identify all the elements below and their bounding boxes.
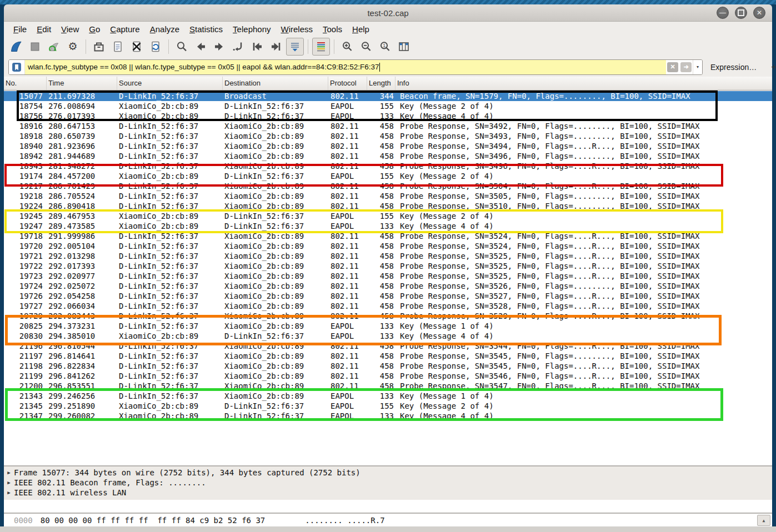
packet-row-19723[interactable]: 19723292.020977D-LinkIn_52:f6:37XiaomiCo… xyxy=(4,271,772,281)
menu-wireless[interactable]: Wireless xyxy=(276,23,318,36)
expand-arrow-icon[interactable]: ▶ xyxy=(4,488,14,498)
packet-row-19724[interactable]: 19724292.025072D-LinkIn_52:f6:37XiaomiCo… xyxy=(4,281,772,291)
packet-row-20830[interactable]: 20830294.385010XiaomiCo_2b:cb:89D-LinkIn… xyxy=(4,331,772,341)
packet-row-15077[interactable]: 15077211.697328D-LinkIn_52:f6:37Broadcas… xyxy=(4,91,772,101)
column-time[interactable]: Time xyxy=(47,77,117,90)
packet-row-21197[interactable]: 21197296.814641D-LinkIn_52:f6:37XiaomiCo… xyxy=(4,351,772,361)
packet-row-18756[interactable]: 18756276.017393XiaomiCo_2b:cb:89D-LinkIn… xyxy=(4,111,772,121)
zoom-in-button[interactable] xyxy=(338,38,356,56)
column-no[interactable]: No. xyxy=(4,77,47,90)
menu-go[interactable]: Go xyxy=(84,23,105,36)
go-first-button[interactable] xyxy=(248,38,266,56)
packet-row-18942[interactable]: 18942281.944689D-LinkIn_52:f6:37XiaomiCo… xyxy=(4,151,772,161)
packet-row-21200[interactable]: 21200296.853551D-LinkIn_52:f6:37XiaomiCo… xyxy=(4,381,772,391)
menu-edit[interactable]: Edit xyxy=(32,23,56,36)
hex-ascii: ........ .....R.7 xyxy=(265,516,384,525)
close-file-button[interactable] xyxy=(128,38,146,56)
expression-button[interactable]: Expression… xyxy=(710,63,757,72)
stop-capture-button[interactable] xyxy=(26,38,44,56)
column-length[interactable]: Length xyxy=(367,77,395,90)
packet-row-18918[interactable]: 18918280.650739D-LinkIn_52:f6:37XiaomiCo… xyxy=(4,131,772,141)
menu-statistics[interactable]: Statistics xyxy=(184,23,228,36)
cell-len: 458 xyxy=(367,261,395,271)
packet-row-21198[interactable]: 21198296.822834D-LinkIn_52:f6:37XiaomiCo… xyxy=(4,361,772,371)
packet-row-19729[interactable]: 19729292.083443D-LinkIn_52:f6:37XiaomiCo… xyxy=(4,311,772,321)
packet-row-19720[interactable]: 19720292.005104D-LinkIn_52:f6:37XiaomiCo… xyxy=(4,241,772,251)
details-line-2[interactable]: ▶IEEE 802.11 wireless LAN xyxy=(4,488,772,498)
menu-help[interactable]: Help xyxy=(347,23,374,36)
packet-row-21196[interactable]: 21196296.810544D-LinkIn_52:f6:37XiaomiCo… xyxy=(4,341,772,351)
open-file-button[interactable] xyxy=(90,38,108,56)
go-forward-button[interactable] xyxy=(211,38,228,56)
find-packet-button[interactable] xyxy=(173,38,191,56)
packet-row-18916[interactable]: 18916280.647153D-LinkIn_52:f6:37XiaomiCo… xyxy=(4,121,772,131)
go-to-packet-button[interactable] xyxy=(229,38,247,56)
restart-capture-button[interactable] xyxy=(45,38,63,56)
go-last-button[interactable] xyxy=(267,38,285,56)
packet-row-18943[interactable]: 18943281.948272D-LinkIn_52:f6:37XiaomiCo… xyxy=(4,161,772,171)
wireshark-fin-start-button[interactable] xyxy=(7,38,25,56)
auto-scroll-button[interactable] xyxy=(286,38,304,56)
packet-row-18940[interactable]: 18940281.923696D-LinkIn_52:f6:37XiaomiCo… xyxy=(4,141,772,151)
go-back-button[interactable] xyxy=(192,38,209,56)
details-line-1[interactable]: ▶IEEE 802.11 Beacon frame, Flags: ......… xyxy=(4,478,772,488)
cell-src: D-LinkIn_52:f6:37 xyxy=(117,311,223,321)
filter-text[interactable]: wlan.fc.type_subtype == 0x08 || wlan.fc.… xyxy=(25,60,666,74)
packet-row-21347[interactable]: 21347299.260082XiaomiCo_2b:cb:89D-LinkIn… xyxy=(4,411,772,421)
title-bar[interactable]: test-02.cap — ✕ xyxy=(4,4,772,22)
filter-apply-button[interactable]: ➜ xyxy=(680,62,692,72)
packet-row-19726[interactable]: 19726292.054258D-LinkIn_52:f6:37XiaomiCo… xyxy=(4,291,772,301)
packet-row-19247[interactable]: 19247289.473585XiaomiCo_2b:cb:89D-LinkIn… xyxy=(4,221,772,231)
menu-telephony[interactable]: Telephony xyxy=(228,23,276,36)
close-button[interactable]: ✕ xyxy=(753,7,765,19)
resize-columns-button[interactable] xyxy=(395,38,413,56)
menu-analyze[interactable]: Analyze xyxy=(145,23,184,36)
details-line-0[interactable]: ▶Frame 15077: 344 bytes on wire (2752 bi… xyxy=(4,468,772,478)
cell-info: Probe Response, SN=3544, FN=0, Flags=...… xyxy=(395,341,772,351)
save-file-button[interactable] xyxy=(109,38,127,56)
close-file-icon xyxy=(130,40,143,53)
cell-dst: Broadcast xyxy=(223,91,328,101)
packet-row-18754[interactable]: 18754276.008694XiaomiCo_2b:cb:89D-LinkIn… xyxy=(4,101,772,111)
menu-tools[interactable]: Tools xyxy=(318,23,347,36)
maximize-button[interactable] xyxy=(735,7,747,19)
reload-file-button[interactable] xyxy=(147,38,164,56)
packet-row-21343[interactable]: 21343299.246256D-LinkIn_52:f6:37XiaomiCo… xyxy=(4,391,772,401)
expand-arrow-icon[interactable]: ▶ xyxy=(4,468,14,478)
filter-bookmark-icon[interactable] xyxy=(9,60,25,74)
filter-add-button[interactable]: + xyxy=(771,62,776,73)
cell-info: Key (Message 4 of 4) xyxy=(395,111,772,121)
packet-row-19245[interactable]: 19245289.467953XiaomiCo_2b:cb:89D-LinkIn… xyxy=(4,211,772,221)
zoom-out-button[interactable] xyxy=(357,38,375,56)
display-filter-input[interactable]: wlan.fc.type_subtype == 0x08 || wlan.fc.… xyxy=(8,59,703,75)
expand-arrow-icon[interactable]: ▶ xyxy=(4,478,14,488)
cell-len: 458 xyxy=(367,151,395,161)
packet-row-19718[interactable]: 19718291.999986D-LinkIn_52:f6:37XiaomiCo… xyxy=(4,231,772,241)
packet-row-19721[interactable]: 19721292.013298D-LinkIn_52:f6:37XiaomiCo… xyxy=(4,251,772,261)
menu-view[interactable]: View xyxy=(56,23,84,36)
capture-options-button[interactable]: ⚙ xyxy=(64,38,82,56)
colorize-packets-button[interactable] xyxy=(312,38,330,56)
zoom-original-button[interactable]: 1 xyxy=(376,38,394,56)
packet-row-19722[interactable]: 19722292.017393D-LinkIn_52:f6:37XiaomiCo… xyxy=(4,261,772,271)
packet-row-19217[interactable]: 19217286.701429D-LinkIn_52:f6:37XiaomiCo… xyxy=(4,181,772,191)
column-protocol[interactable]: Protocol xyxy=(328,77,367,90)
packet-row-21199[interactable]: 21199296.841262D-LinkIn_52:f6:37XiaomiCo… xyxy=(4,371,772,381)
cell-no: 21345 xyxy=(4,401,47,411)
column-source[interactable]: Source xyxy=(117,77,223,90)
packet-row-19218[interactable]: 19218286.705524D-LinkIn_52:f6:37XiaomiCo… xyxy=(4,191,772,201)
minimize-button[interactable]: — xyxy=(717,7,729,19)
packet-row-19224[interactable]: 19224286.890418D-LinkIn_52:f6:37XiaomiCo… xyxy=(4,201,772,211)
cell-len: 458 xyxy=(367,351,395,361)
filter-clear-button[interactable]: ✕ xyxy=(667,62,678,72)
column-info[interactable]: Info xyxy=(395,77,772,90)
menu-capture[interactable]: Capture xyxy=(105,23,144,36)
menu-file[interactable]: File xyxy=(8,23,32,36)
packet-row-21345[interactable]: 21345299.251890XiaomiCo_2b:cb:89D-LinkIn… xyxy=(4,401,772,411)
packet-row-19174[interactable]: 19174284.457200XiaomiCo_2b:cb:89D-LinkIn… xyxy=(4,171,772,181)
packet-row-20825[interactable]: 20825294.373231D-LinkIn_52:f6:37XiaomiCo… xyxy=(4,321,772,331)
packet-row-19727[interactable]: 19727292.066034D-LinkIn_52:f6:37XiaomiCo… xyxy=(4,301,772,311)
filter-dropdown-arrow[interactable]: ▾ xyxy=(693,60,702,74)
hex-scrollbar-up-button[interactable]: ▲ xyxy=(757,515,770,526)
column-destination[interactable]: Destination xyxy=(223,77,328,90)
